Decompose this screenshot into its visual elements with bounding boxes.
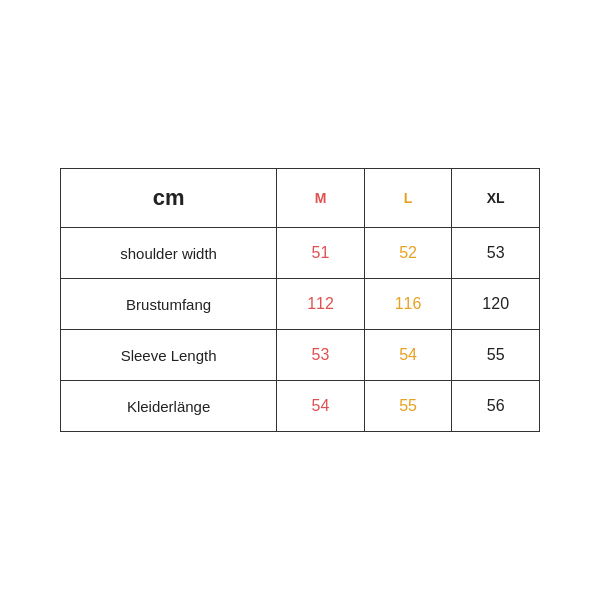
- col-l-header: L: [364, 169, 452, 228]
- col-xl-header: XL: [452, 169, 540, 228]
- size-xl-label: XL: [487, 190, 505, 206]
- size-chart-container: cm M L XL shoulder width515253Brustumfan…: [60, 168, 540, 432]
- row-label: Brustumfang: [61, 279, 277, 330]
- size-m-label: M: [315, 190, 327, 206]
- val-m: 112: [277, 279, 365, 330]
- val-xl: 120: [452, 279, 540, 330]
- table-row: Brustumfang112116120: [61, 279, 540, 330]
- table-row: Sleeve Length535455: [61, 330, 540, 381]
- val-m: 54: [277, 381, 365, 432]
- val-l: 55: [364, 381, 452, 432]
- unit-header: cm: [61, 169, 277, 228]
- val-m: 53: [277, 330, 365, 381]
- val-m: 51: [277, 228, 365, 279]
- table-row: Kleiderlänge545556: [61, 381, 540, 432]
- table-row: shoulder width515253: [61, 228, 540, 279]
- row-label: shoulder width: [61, 228, 277, 279]
- size-chart-table: cm M L XL shoulder width515253Brustumfan…: [60, 168, 540, 432]
- val-xl: 56: [452, 381, 540, 432]
- val-xl: 55: [452, 330, 540, 381]
- table-header-row: cm M L XL: [61, 169, 540, 228]
- val-l: 116: [364, 279, 452, 330]
- size-l-label: L: [404, 190, 413, 206]
- row-label: Kleiderlänge: [61, 381, 277, 432]
- val-l: 52: [364, 228, 452, 279]
- row-label: Sleeve Length: [61, 330, 277, 381]
- val-xl: 53: [452, 228, 540, 279]
- col-m-header: M: [277, 169, 365, 228]
- val-l: 54: [364, 330, 452, 381]
- unit-label: cm: [153, 185, 185, 210]
